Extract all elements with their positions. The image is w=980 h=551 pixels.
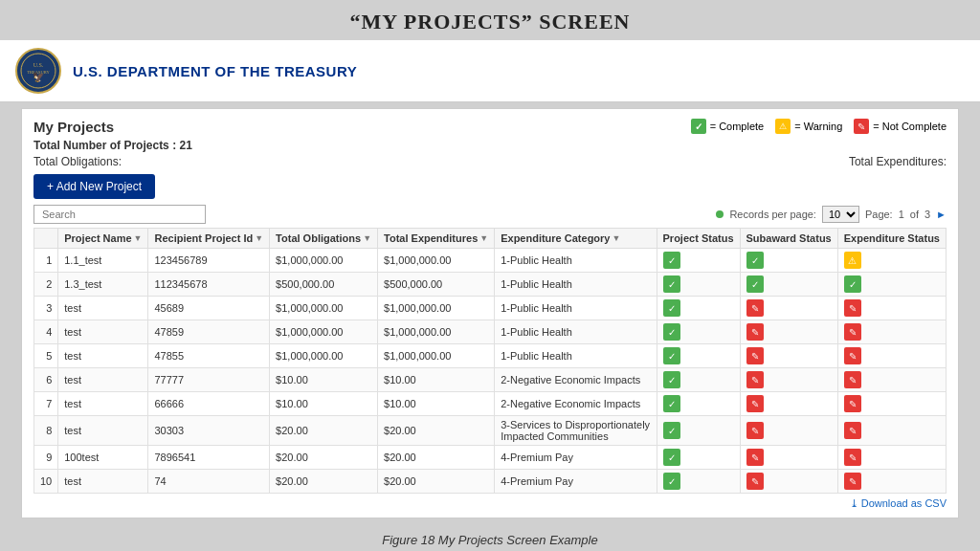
cell-project-name[interactable]: test xyxy=(58,297,148,320)
table-row[interactable]: 6 test 77777 $10.00 $10.00 2-Negative Ec… xyxy=(34,368,947,392)
cell-project-name[interactable]: test xyxy=(58,320,148,344)
cell-project-name[interactable]: 1.3_test xyxy=(58,273,148,297)
project-status-icon: ✓ xyxy=(663,323,680,341)
add-new-project-button[interactable]: + Add New Project xyxy=(33,174,155,199)
cell-recipient-id: 47859 xyxy=(148,320,270,344)
pagination-info: Records per page: 10 25 50 Page: 1 of 3 … xyxy=(716,206,947,223)
expenditure-status-icon: ✎ xyxy=(844,449,861,466)
table-row[interactable]: 3 test 45689 $1,000,000.00 $1,000,000.00… xyxy=(34,297,947,320)
th-total-expenditures[interactable]: Total Expenditures ▼ xyxy=(378,229,495,249)
row-num: 7 xyxy=(34,392,58,416)
page-label: Page: xyxy=(865,209,893,220)
th-expenditure-category[interactable]: Expenditure Category ▼ xyxy=(495,229,657,249)
table-row[interactable]: 4 test 47859 $1,000,000.00 $1,000,000.00… xyxy=(34,320,947,344)
cell-expenditure-category: 4-Premium Pay xyxy=(495,446,657,470)
subaward-status-icon: ✎ xyxy=(746,347,764,364)
cell-project-name[interactable]: test xyxy=(58,392,148,416)
cell-expenditure-status: ⚠ xyxy=(837,249,946,273)
project-status-icon: ✓ xyxy=(663,473,680,490)
th-expenditure-status: Expenditure Status xyxy=(837,229,946,249)
cell-project-status: ✓ xyxy=(657,368,740,392)
project-status-icon: ✓ xyxy=(663,371,680,388)
cell-total-obligations: $20.00 xyxy=(270,470,378,494)
th-total-obligations[interactable]: Total Obligations ▼ xyxy=(270,229,378,249)
not-complete-icon xyxy=(854,119,869,134)
cell-project-status: ✓ xyxy=(657,446,740,470)
warning-icon xyxy=(775,119,791,134)
page-total: 3 xyxy=(924,209,930,220)
cell-recipient-id: 30303 xyxy=(148,416,270,446)
table-row[interactable]: 5 test 47855 $1,000,000.00 $1,000,000.00… xyxy=(34,344,947,368)
project-status-icon: ✓ xyxy=(663,449,680,466)
expenditure-status-icon: ✎ xyxy=(844,395,861,412)
total-projects-stat: Total Number of Projects : 21 xyxy=(33,139,947,152)
cell-project-status: ✓ xyxy=(657,416,740,446)
cell-total-obligations: $1,000,000.00 xyxy=(270,344,378,368)
cell-project-status: ✓ xyxy=(657,297,740,320)
cell-subaward-status: ✎ xyxy=(740,446,837,470)
table-row[interactable]: 2 1.3_test 112345678 $500,000.00 $500,00… xyxy=(34,273,947,297)
th-subaward-status: Subaward Status xyxy=(740,229,837,249)
table-row[interactable]: 1 1.1_test 123456789 $1,000,000.00 $1,00… xyxy=(34,249,947,273)
page-current: 1 xyxy=(899,209,904,220)
cell-project-name[interactable]: test xyxy=(58,368,148,392)
row-num: 1 xyxy=(34,249,58,273)
my-projects-panel: My Projects = Complete = Warning = Not C… xyxy=(21,108,959,518)
subaward-status-icon: ✎ xyxy=(746,371,764,388)
next-page-button[interactable]: ► xyxy=(936,209,947,220)
subaward-status-icon: ✎ xyxy=(746,473,764,490)
cell-project-name[interactable]: test xyxy=(58,470,148,494)
svg-text:U.S.: U.S. xyxy=(33,62,44,68)
cell-project-name[interactable]: 1.1_test xyxy=(58,249,148,273)
th-project-name[interactable]: Project Name ▼ xyxy=(58,229,148,249)
cell-expenditure-status: ✎ xyxy=(837,344,946,368)
cell-total-expenditures: $20.00 xyxy=(378,470,495,494)
cell-project-name[interactable]: test xyxy=(58,416,148,446)
search-row: Records per page: 10 25 50 Page: 1 of 3 … xyxy=(33,205,947,224)
panel-title: My Projects xyxy=(33,119,114,135)
cell-recipient-id: 74 xyxy=(148,470,270,494)
cell-subaward-status: ✎ xyxy=(740,368,837,392)
cell-expenditure-status: ✎ xyxy=(837,416,946,446)
cell-total-expenditures: $1,000,000.00 xyxy=(378,297,495,320)
records-per-page-select[interactable]: 10 25 50 xyxy=(822,206,859,223)
complete-label: = Complete xyxy=(710,121,765,132)
project-status-icon: ✓ xyxy=(663,347,680,364)
legend-complete: = Complete xyxy=(691,119,765,134)
cell-recipient-id: 112345678 xyxy=(148,273,270,297)
table-row[interactable]: 8 test 30303 $20.00 $20.00 3-Services to… xyxy=(34,416,947,446)
row-num: 2 xyxy=(34,273,58,297)
search-input[interactable] xyxy=(33,205,206,224)
cell-project-status: ✓ xyxy=(657,392,740,416)
row-num: 3 xyxy=(34,297,58,320)
cell-expenditure-status: ✎ xyxy=(837,368,946,392)
cell-project-status: ✓ xyxy=(657,470,740,494)
cell-total-obligations: $10.00 xyxy=(270,368,378,392)
cell-subaward-status: ✎ xyxy=(740,470,837,494)
cell-recipient-id: 7896541 xyxy=(148,446,270,470)
total-obligations-label: Total Obligations: xyxy=(33,155,122,168)
table-row[interactable]: 7 test 66666 $10.00 $10.00 2-Negative Ec… xyxy=(34,392,947,416)
not-complete-label: = Not Complete xyxy=(873,121,947,132)
table-row[interactable]: 10 test 74 $20.00 $20.00 4-Premium Pay ✓… xyxy=(34,470,947,494)
cell-recipient-id: 47855 xyxy=(148,344,270,368)
project-status-icon: ✓ xyxy=(663,276,680,293)
agency-name: U.S. DEPARTMENT OF THE TREASURY xyxy=(73,63,357,79)
th-recipient-id[interactable]: Recipient Project Id ▼ xyxy=(148,229,270,249)
cell-project-name[interactable]: test xyxy=(58,344,148,368)
table-row[interactable]: 9 100test 7896541 $20.00 $20.00 4-Premiu… xyxy=(34,446,947,470)
complete-icon xyxy=(691,119,706,134)
subaward-status-icon: ✎ xyxy=(746,299,764,317)
expenditure-status-icon: ✓ xyxy=(844,276,861,293)
expenditure-status-icon: ✎ xyxy=(844,473,861,490)
cell-expenditure-category: 1-Public Health xyxy=(495,249,657,273)
obligations-row: Total Obligations: Total Expenditures: xyxy=(33,155,947,168)
total-projects-label: Total Number of Projects : xyxy=(33,139,176,152)
cell-project-name[interactable]: 100test xyxy=(58,446,148,470)
cell-expenditure-category: 2-Negative Economic Impacts xyxy=(495,368,657,392)
row-num: 8 xyxy=(34,416,58,446)
legend-warning: = Warning xyxy=(775,119,842,134)
page-title: “MY PROJECTS” SCREEN xyxy=(0,0,980,40)
cell-project-status: ✓ xyxy=(657,344,740,368)
download-csv-button[interactable]: ⤓ Download as CSV xyxy=(33,497,947,510)
